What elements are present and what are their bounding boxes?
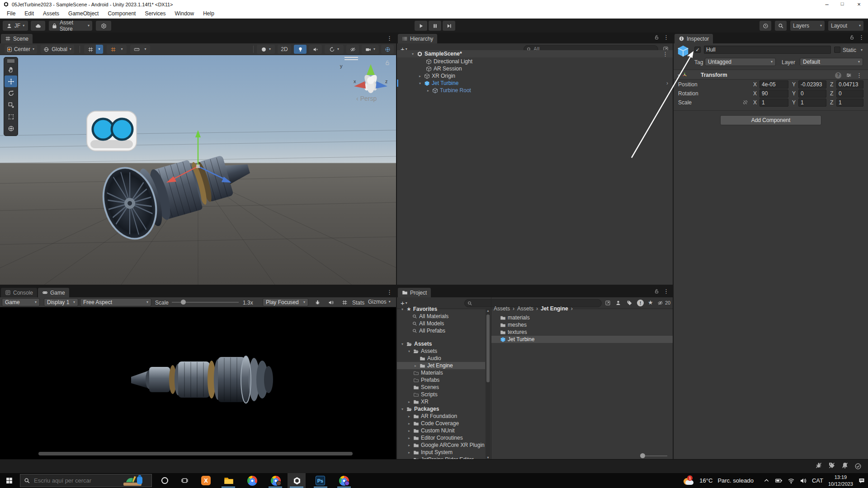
start-button[interactable]	[4, 475, 15, 486]
project-tree-item[interactable]: ▾ Assets	[407, 347, 437, 355]
overlay-menu-handle[interactable]	[344, 57, 358, 61]
prefab-open-chevron[interactable]: ›	[666, 80, 668, 86]
game-viewport[interactable]	[0, 307, 396, 459]
cache-disabled-icon[interactable]	[828, 462, 835, 471]
hierarchy-menu-kebab[interactable]: ⋮	[663, 34, 669, 41]
layer-dropdown[interactable]: Default ▾	[800, 58, 863, 66]
project-tree-packages[interactable]: ▾ Packages	[400, 405, 439, 413]
position-z-input[interactable]	[839, 81, 861, 88]
notification-center-icon[interactable]	[858, 477, 865, 484]
orientation-dropdown[interactable]: Global ▾	[41, 45, 74, 54]
mute-audio-button[interactable]	[326, 298, 336, 306]
search-by-label-icon[interactable]	[627, 300, 632, 306]
taskbar-search-input[interactable]	[34, 477, 119, 484]
breadcrumb-assets2[interactable]: Assets	[517, 305, 533, 312]
import-alert-icon[interactable]: !	[637, 300, 644, 306]
foldout-icon[interactable]: ▸	[413, 364, 418, 368]
foldout-icon[interactable]: ▾	[400, 407, 405, 411]
static-checkbox[interactable]	[834, 47, 840, 53]
chrome-icon[interactable]	[246, 475, 258, 486]
lock-icon[interactable]	[849, 34, 855, 40]
project-tree-assets-root[interactable]: ▾ Assets	[400, 340, 432, 347]
project-tree-item[interactable]: ▸ Editor Coroutines	[407, 434, 463, 441]
tab-scene[interactable]: Scene	[1, 34, 33, 43]
tool-move[interactable]	[5, 75, 17, 87]
foldout-icon[interactable]: ▸	[426, 89, 430, 93]
plastic-scm-button[interactable]	[96, 21, 111, 31]
tab-game[interactable]: Game	[38, 288, 69, 297]
hierarchy-item-xrorigin[interactable]: ▸ XR Origin	[418, 72, 455, 80]
static-dropdown[interactable]: ▾	[861, 48, 863, 52]
grid-visibility-toggle[interactable]: ▾	[84, 45, 104, 54]
project-file-materials[interactable]: materials	[500, 314, 530, 321]
game-gizmos-dropdown[interactable]: Gizmos ▾	[368, 299, 391, 305]
foldout-icon[interactable]: ▾	[407, 349, 411, 353]
hidden-packages-icon[interactable]	[657, 300, 663, 306]
project-file-meshes[interactable]: meshes	[500, 321, 527, 328]
scale-z-field[interactable]	[836, 99, 863, 107]
cortana-icon[interactable]	[159, 475, 170, 486]
hidden-objects-toggle[interactable]	[346, 45, 359, 54]
project-file-textures[interactable]: textures	[500, 328, 527, 336]
tab-project[interactable]: Project	[398, 288, 431, 297]
perspective-toggle[interactable]: ‹ Persp	[356, 95, 377, 102]
project-tree-item[interactable]: Scenes	[413, 384, 439, 391]
lighting-toggle[interactable]	[294, 45, 307, 54]
menu-assets[interactable]: Assets	[39, 9, 63, 18]
menu-file[interactable]: File	[3, 9, 19, 18]
pivot-mode-dropdown[interactable]: Center ▾	[5, 45, 37, 54]
menu-component[interactable]: Component	[104, 9, 140, 18]
step-button[interactable]	[443, 21, 455, 31]
tool-scale[interactable]	[5, 99, 17, 111]
transform-header[interactable]: ▾ Transform ? ⋮	[674, 70, 868, 80]
project-tree-item-selected[interactable]: ▸ Jet Engine	[397, 362, 485, 369]
effects-dropdown[interactable]: ▾	[325, 45, 344, 54]
menu-window[interactable]: Window	[170, 9, 198, 18]
layout-dropdown[interactable]: Layout ▾	[828, 21, 863, 31]
project-file-jetturbine-selected[interactable]: Jet Turbine	[491, 336, 673, 343]
project-fav-item[interactable]: All Materials	[412, 313, 448, 320]
rotation-y-input[interactable]	[801, 90, 824, 97]
project-tree-item[interactable]: Audio	[420, 355, 441, 362]
tray-language[interactable]: CAT	[812, 477, 823, 484]
tab-console[interactable]: Console	[1, 288, 37, 297]
layers-dropdown[interactable]: Layers ▾	[790, 21, 825, 31]
project-fav-item[interactable]: All Prefabs	[412, 327, 445, 334]
foldout-icon[interactable]: ▸	[418, 74, 422, 78]
lock-icon[interactable]	[654, 288, 660, 294]
project-tree-item[interactable]: ▸ Input System	[407, 449, 453, 456]
game-horizontal-scrollbar[interactable]	[38, 452, 353, 455]
foldout-icon[interactable]: ▸	[407, 429, 411, 433]
gameobject-name-field[interactable]	[704, 46, 831, 54]
rotation-z-input[interactable]	[839, 90, 861, 97]
position-y-field[interactable]	[798, 80, 826, 89]
tasks-ok-icon[interactable]	[854, 463, 862, 470]
project-tree-item[interactable]: Scripts	[413, 391, 438, 398]
scale-y-field[interactable]	[798, 99, 826, 107]
foldout-icon[interactable]: ▸	[407, 414, 411, 418]
asset-store-button[interactable]: Asset Store ▾	[49, 21, 92, 31]
tray-clock[interactable]: 13:19 10/12/2023	[828, 474, 853, 488]
tab-hierarchy[interactable]: Hierarchy	[398, 34, 437, 43]
thumbnail-zoom-knob[interactable]	[640, 453, 645, 458]
project-tree-item[interactable]: ▸ AR Foundation	[407, 413, 457, 420]
minimize-button[interactable]: –	[819, 1, 835, 8]
foldout-icon[interactable]: ▸	[407, 436, 411, 440]
project-tree-item[interactable]: ▸ XR	[407, 398, 429, 405]
account-button[interactable]: JF ▾	[3, 21, 28, 31]
play-button[interactable]	[415, 21, 427, 31]
file-explorer-icon[interactable]	[223, 475, 234, 486]
presets-icon[interactable]	[846, 72, 852, 78]
breadcrumb-assets[interactable]: Assets	[494, 305, 510, 312]
project-tree-item[interactable]: ▸ Custom NUnit	[407, 427, 455, 434]
tool-hand[interactable]	[5, 64, 17, 75]
xampp-icon[interactable]: X	[200, 475, 212, 486]
project-tree-item[interactable]: Materials	[413, 369, 443, 376]
photoshop-icon[interactable]: Ps	[315, 475, 326, 486]
foldout-icon[interactable]: ▸	[407, 450, 411, 455]
grid-snap-toggle[interactable]: ▾	[107, 45, 127, 54]
hierarchy-item-light[interactable]: Directional Light	[426, 58, 472, 65]
foldout-icon[interactable]: ▸	[407, 400, 411, 404]
scene-viewport[interactable]: y x z ‹ Persp	[0, 55, 396, 285]
icon-picker-dropdown[interactable]: ▾	[687, 54, 689, 58]
